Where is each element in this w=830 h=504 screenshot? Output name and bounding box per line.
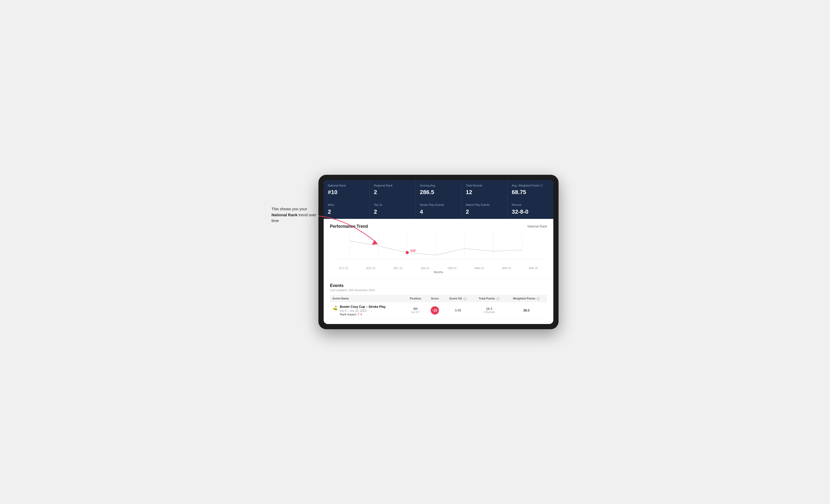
col-weighted-points: Weighted Points i: [506, 295, 547, 302]
stat-avg-weighted-points: Avg. Weighted Points ⓘ 68.75: [508, 180, 553, 199]
col-total-points: Total Points i: [472, 295, 506, 302]
x-label-dec23: DEC 23: [384, 267, 411, 270]
stat-top3s-label: Top 3s: [374, 203, 411, 207]
event-score-badge: -22: [430, 306, 439, 314]
stat-avg-weighted-points-label: Avg. Weighted Points ⓘ: [512, 183, 549, 187]
events-section: Events Last updated: 24th November 2023 …: [324, 279, 553, 324]
svg-text:#10: #10: [410, 249, 416, 253]
content-area: National Rank #10 Regional Rank 2 Scorin…: [324, 180, 553, 324]
chart-container: #10 OCT 23 NOV 23 DEC 23 JAN 24 FEB 24 M…: [330, 233, 547, 269]
performance-title: Performance Trend: [330, 224, 368, 229]
stat-regional-rank-label: Regional Rank: [374, 183, 411, 187]
rank-impact-value: 3: [358, 313, 359, 316]
x-label-apr24: APR 24: [493, 267, 520, 270]
weighted-points-info-icon: i: [537, 297, 540, 300]
stat-wins: Wins 2: [324, 199, 369, 219]
event-position-cell: 6th out of 7: [405, 302, 426, 319]
x-label-may24: MAY 24: [520, 267, 547, 270]
table-row: ⛳ Buster Cozy Cup – Stroke Play Oct 9 – …: [330, 302, 547, 319]
stat-top3s-value: 2: [374, 208, 411, 215]
stat-match-play-events-value: 2: [466, 208, 503, 215]
stat-total-rounds: Total Rounds 12: [462, 180, 507, 199]
event-name: Buster Cozy Cup – Stroke Play: [340, 305, 385, 309]
events-table: Event Name Position Score Event SG i: [330, 295, 547, 319]
stat-top3s: Top 3s 2: [370, 199, 415, 219]
stats-row-2: Wins 2 Top 3s 2 Stroke Play Events 4 Mat…: [324, 199, 553, 219]
tablet-screen: National Rank #10 Regional Rank 2 Scorin…: [324, 180, 553, 324]
x-label-nov23: NOV 23: [357, 267, 384, 270]
stat-scoring-avg-value: 286.5: [420, 189, 457, 196]
col-event-name: Event Name: [330, 295, 405, 302]
event-position-sub: out of 7: [408, 311, 424, 313]
event-total-points-cell: 28.3 3 Rounds: [472, 302, 506, 319]
stat-scoring-avg: Scoring Avg. 286.5: [416, 180, 461, 199]
x-label-oct23: OCT 23: [330, 267, 357, 270]
event-weighted-points-value: 28.3: [523, 309, 529, 312]
x-label-mar24: MAR 24: [466, 267, 493, 270]
golf-icon: ⛳: [332, 305, 338, 310]
events-title: Events: [330, 283, 547, 288]
col-score: Score: [426, 295, 444, 302]
stats-row-1: National Rank #10 Regional Rank 2 Scorin…: [324, 180, 553, 199]
stat-scoring-avg-label: Scoring Avg.: [420, 183, 457, 187]
stat-stroke-play-events: Stroke Play Events 4: [416, 199, 461, 219]
stat-match-play-events: Match Play Events 2: [462, 199, 507, 219]
stat-wins-label: Wins: [328, 203, 365, 207]
col-position: Position: [405, 295, 426, 302]
rank-impact-arrow: ▼: [360, 313, 362, 316]
stat-stroke-play-events-label: Stroke Play Events: [420, 203, 457, 207]
stat-stroke-play-events-value: 4: [420, 208, 457, 215]
stat-match-play-events-label: Match Play Events: [466, 203, 503, 207]
performance-header: Performance Trend National Rank: [330, 224, 547, 229]
stat-wins-value: 2: [328, 208, 365, 215]
event-sg-cell: 0.45: [444, 302, 473, 319]
stat-avg-weighted-points-value: 68.75: [512, 189, 549, 196]
total-points-info-icon: i: [497, 297, 500, 300]
tablet-frame: National Rank #10 Regional Rank 2 Scorin…: [318, 175, 558, 329]
event-score-cell: -22: [426, 302, 444, 319]
stat-national-rank-value: #10: [328, 189, 365, 196]
stat-record-label: Record: [512, 203, 549, 207]
x-label-feb24: FEB 24: [439, 267, 466, 270]
events-table-header: Event Name Position Score Event SG i: [330, 295, 547, 302]
events-subtitle: Last updated: 24th November 2023: [330, 289, 547, 292]
event-position: 6th: [408, 307, 424, 311]
performance-section: Performance Trend National Rank: [324, 219, 553, 279]
chart-x-labels: OCT 23 NOV 23 DEC 23 JAN 24 FEB 24 MAR 2…: [330, 265, 547, 270]
stat-total-rounds-value: 12: [466, 189, 503, 196]
svg-point-9: [406, 251, 409, 254]
stat-national-rank: National Rank #10: [324, 180, 369, 199]
event-total-points-value: 28.3: [475, 307, 503, 311]
stat-record-value: 32-8-0: [512, 208, 549, 215]
stat-regional-rank-value: 2: [374, 189, 411, 196]
performance-label: National Rank: [528, 225, 547, 228]
annotation-text: This shows you your National Rank trend …: [272, 206, 318, 224]
performance-chart: #10: [330, 233, 547, 264]
event-date: Oct 9 – Oct 10, 2023: [340, 309, 385, 312]
stat-total-rounds-label: Total Rounds: [466, 183, 503, 187]
event-total-points-sub: 3 Rounds: [475, 311, 503, 313]
event-rank-impact: Rank Impact: 3 ▼: [340, 313, 385, 316]
col-event-sg: Event SG i: [444, 295, 473, 302]
stat-record: Record 32-8-0: [508, 199, 553, 219]
event-name-cell: ⛳ Buster Cozy Cup – Stroke Play Oct 9 – …: [330, 302, 405, 319]
stat-national-rank-label: National Rank: [328, 183, 365, 187]
x-label-jan24: JAN 24: [411, 267, 439, 270]
event-sg-info-icon: i: [464, 297, 467, 300]
x-axis-title: Months: [330, 271, 547, 274]
event-weighted-points-cell: 28.3: [506, 302, 547, 319]
event-sg-value: 0.45: [455, 309, 461, 312]
stat-regional-rank: Regional Rank 2: [370, 180, 415, 199]
